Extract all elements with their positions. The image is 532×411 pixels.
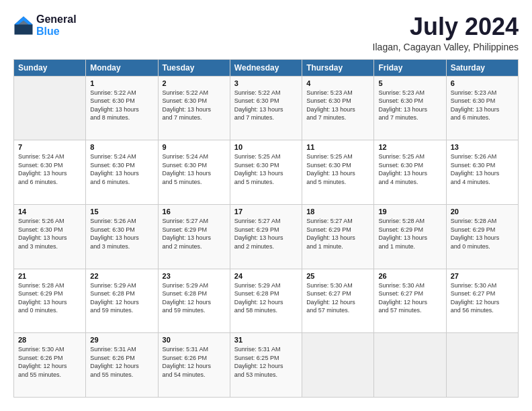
day-info: Sunrise: 5:29 AM Sunset: 6:28 PM Dayligh… (234, 281, 298, 315)
day-number: 29 (90, 336, 153, 344)
logo-icon (13, 15, 34, 36)
calendar-cell: 30Sunrise: 5:31 AM Sunset: 6:26 PM Dayli… (158, 333, 230, 398)
day-info: Sunrise: 5:24 AM Sunset: 6:30 PM Dayligh… (163, 152, 226, 186)
calendar-cell: 14Sunrise: 5:26 AM Sunset: 6:30 PM Dayli… (14, 204, 86, 269)
calendar-cell: 2Sunrise: 5:22 AM Sunset: 6:30 PM Daylig… (158, 76, 230, 140)
day-number: 25 (306, 272, 369, 280)
calendar-cell: 16Sunrise: 5:27 AM Sunset: 6:29 PM Dayli… (158, 204, 230, 269)
calendar-body: 1Sunrise: 5:22 AM Sunset: 6:30 PM Daylig… (14, 76, 519, 397)
calendar-cell (14, 76, 86, 140)
week-row-1: 1Sunrise: 5:22 AM Sunset: 6:30 PM Daylig… (14, 76, 519, 140)
calendar-cell (302, 333, 374, 398)
day-info: Sunrise: 5:28 AM Sunset: 6:29 PM Dayligh… (18, 281, 81, 315)
day-number: 27 (451, 272, 514, 280)
calendar-cell: 27Sunrise: 5:30 AM Sunset: 6:27 PM Dayli… (446, 269, 518, 333)
day-info: Sunrise: 5:24 AM Sunset: 6:30 PM Dayligh… (18, 152, 81, 186)
calendar-cell: 25Sunrise: 5:30 AM Sunset: 6:27 PM Dayli… (302, 269, 374, 333)
calendar-cell: 24Sunrise: 5:29 AM Sunset: 6:28 PM Dayli… (230, 269, 302, 333)
calendar-cell: 12Sunrise: 5:25 AM Sunset: 6:30 PM Dayli… (374, 140, 446, 205)
calendar-cell: 8Sunrise: 5:24 AM Sunset: 6:30 PM Daylig… (86, 140, 158, 205)
day-number: 20 (451, 208, 514, 216)
day-info: Sunrise: 5:28 AM Sunset: 6:29 PM Dayligh… (451, 217, 514, 250)
week-row-3: 14Sunrise: 5:26 AM Sunset: 6:30 PM Dayli… (14, 204, 519, 269)
header-cell-tuesday: Tuesday (158, 59, 230, 76)
day-number: 6 (451, 79, 514, 87)
day-number: 23 (163, 272, 226, 280)
day-number: 26 (378, 272, 441, 280)
calendar-cell: 13Sunrise: 5:26 AM Sunset: 6:30 PM Dayli… (446, 140, 518, 205)
title-section: July 2024 Ilagan, Cagayan Valley, Philip… (373, 13, 519, 52)
day-info: Sunrise: 5:29 AM Sunset: 6:28 PM Dayligh… (163, 281, 226, 315)
main-title: July 2024 (373, 13, 519, 40)
header-cell-monday: Monday (86, 59, 158, 76)
day-number: 18 (306, 208, 369, 216)
logo-text: General Blue (36, 13, 77, 37)
calendar-cell: 5Sunrise: 5:23 AM Sunset: 6:30 PM Daylig… (374, 76, 446, 140)
calendar-cell: 21Sunrise: 5:28 AM Sunset: 6:29 PM Dayli… (14, 269, 86, 333)
day-info: Sunrise: 5:31 AM Sunset: 6:26 PM Dayligh… (163, 345, 226, 379)
logo-line2: Blue (36, 26, 77, 38)
calendar-cell: 6Sunrise: 5:23 AM Sunset: 6:30 PM Daylig… (446, 76, 518, 140)
calendar-cell (374, 333, 446, 398)
calendar-cell: 17Sunrise: 5:27 AM Sunset: 6:29 PM Dayli… (230, 204, 302, 269)
day-info: Sunrise: 5:26 AM Sunset: 6:30 PM Dayligh… (18, 217, 81, 250)
day-number: 28 (18, 336, 81, 344)
day-info: Sunrise: 5:23 AM Sunset: 6:30 PM Dayligh… (451, 89, 514, 122)
day-info: Sunrise: 5:22 AM Sunset: 6:30 PM Dayligh… (90, 89, 153, 122)
day-info: Sunrise: 5:23 AM Sunset: 6:30 PM Dayligh… (378, 89, 441, 122)
day-number: 12 (378, 143, 441, 151)
day-number: 3 (234, 79, 298, 87)
day-info: Sunrise: 5:25 AM Sunset: 6:30 PM Dayligh… (234, 152, 298, 186)
calendar-cell: 20Sunrise: 5:28 AM Sunset: 6:29 PM Dayli… (446, 204, 518, 269)
calendar-cell: 7Sunrise: 5:24 AM Sunset: 6:30 PM Daylig… (14, 140, 86, 205)
day-number: 30 (163, 336, 226, 344)
day-info: Sunrise: 5:23 AM Sunset: 6:30 PM Dayligh… (306, 89, 369, 122)
week-row-2: 7Sunrise: 5:24 AM Sunset: 6:30 PM Daylig… (14, 140, 519, 205)
header: General Blue July 2024 Ilagan, Cagayan V… (13, 13, 519, 52)
day-number: 4 (306, 79, 369, 87)
calendar-cell: 23Sunrise: 5:29 AM Sunset: 6:28 PM Dayli… (158, 269, 230, 333)
day-info: Sunrise: 5:22 AM Sunset: 6:30 PM Dayligh… (234, 89, 298, 122)
week-row-4: 21Sunrise: 5:28 AM Sunset: 6:29 PM Dayli… (14, 269, 519, 333)
day-number: 8 (90, 143, 153, 151)
day-number: 21 (18, 272, 81, 280)
day-info: Sunrise: 5:24 AM Sunset: 6:30 PM Dayligh… (90, 152, 153, 186)
day-number: 31 (234, 336, 298, 344)
day-number: 22 (90, 272, 153, 280)
day-number: 24 (234, 272, 298, 280)
day-number: 17 (234, 208, 298, 216)
calendar-cell: 18Sunrise: 5:27 AM Sunset: 6:29 PM Dayli… (302, 204, 374, 269)
day-number: 19 (378, 208, 441, 216)
day-number: 11 (306, 143, 369, 151)
day-info: Sunrise: 5:31 AM Sunset: 6:25 PM Dayligh… (234, 345, 298, 379)
day-number: 15 (90, 208, 153, 216)
day-number: 5 (378, 79, 441, 87)
day-number: 14 (18, 208, 81, 216)
page: General Blue July 2024 Ilagan, Cagayan V… (0, 0, 532, 411)
calendar-cell: 9Sunrise: 5:24 AM Sunset: 6:30 PM Daylig… (158, 140, 230, 205)
day-info: Sunrise: 5:25 AM Sunset: 6:30 PM Dayligh… (306, 152, 369, 186)
header-cell-friday: Friday (374, 59, 446, 76)
day-info: Sunrise: 5:26 AM Sunset: 6:30 PM Dayligh… (90, 217, 153, 250)
logo: General Blue (13, 13, 77, 37)
day-info: Sunrise: 5:25 AM Sunset: 6:30 PM Dayligh… (378, 152, 441, 186)
calendar-cell: 3Sunrise: 5:22 AM Sunset: 6:30 PM Daylig… (230, 76, 302, 140)
calendar-cell: 22Sunrise: 5:29 AM Sunset: 6:28 PM Dayli… (86, 269, 158, 333)
header-cell-wednesday: Wednesday (230, 59, 302, 76)
day-info: Sunrise: 5:31 AM Sunset: 6:26 PM Dayligh… (90, 345, 153, 379)
calendar-cell: 28Sunrise: 5:30 AM Sunset: 6:26 PM Dayli… (14, 333, 86, 398)
week-row-5: 28Sunrise: 5:30 AM Sunset: 6:26 PM Dayli… (14, 333, 519, 398)
calendar-cell: 31Sunrise: 5:31 AM Sunset: 6:25 PM Dayli… (230, 333, 302, 398)
calendar-cell: 26Sunrise: 5:30 AM Sunset: 6:27 PM Dayli… (374, 269, 446, 333)
header-row: SundayMondayTuesdayWednesdayThursdayFrid… (14, 59, 519, 76)
calendar-cell: 1Sunrise: 5:22 AM Sunset: 6:30 PM Daylig… (86, 76, 158, 140)
day-number: 1 (90, 79, 153, 87)
calendar-cell: 15Sunrise: 5:26 AM Sunset: 6:30 PM Dayli… (86, 204, 158, 269)
calendar-cell: 10Sunrise: 5:25 AM Sunset: 6:30 PM Dayli… (230, 140, 302, 205)
day-number: 7 (18, 143, 81, 151)
day-info: Sunrise: 5:29 AM Sunset: 6:28 PM Dayligh… (90, 281, 153, 315)
day-info: Sunrise: 5:30 AM Sunset: 6:27 PM Dayligh… (378, 281, 441, 315)
calendar-cell: 4Sunrise: 5:23 AM Sunset: 6:30 PM Daylig… (302, 76, 374, 140)
calendar-header: SundayMondayTuesdayWednesdayThursdayFrid… (14, 59, 519, 76)
header-cell-sunday: Sunday (14, 59, 86, 76)
